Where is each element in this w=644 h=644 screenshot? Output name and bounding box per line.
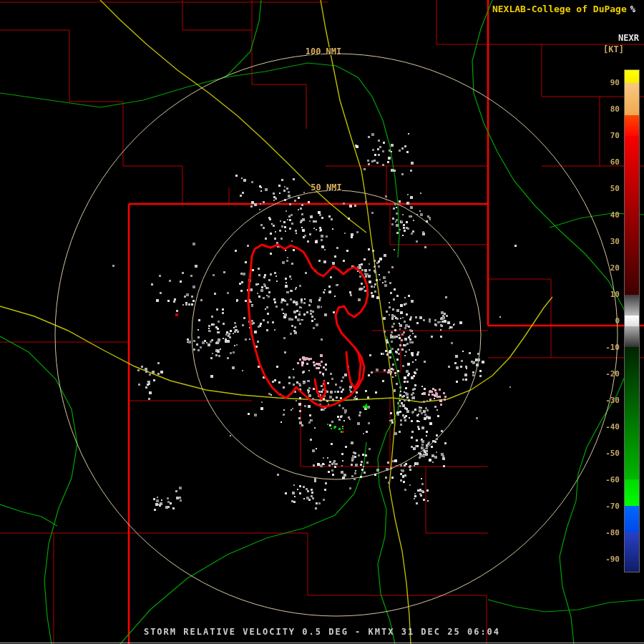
colorbar-segment: [625, 326, 639, 348]
colorbar-tick-label: -70: [585, 502, 620, 512]
brand-text: NEXLAB-College of DuPage: [492, 4, 627, 14]
colorbar-tick-label: 20: [585, 263, 620, 273]
status-bar: STORM RELATIVE VELOCITY 0.5 DEG - KMTX 3…: [0, 627, 644, 637]
colorbar-tick-label: -40: [585, 422, 620, 432]
colorbar-tick-label: 90: [585, 78, 620, 88]
colorbar-tick-label: -20: [585, 369, 620, 379]
colorbar-segment: [625, 295, 639, 316]
colorbar-segment: [625, 316, 639, 326]
colorbar-units: [KT]: [603, 44, 624, 54]
colorbar-segment: [625, 479, 639, 506]
colorbar-tick-label: -80: [585, 528, 620, 538]
colorbar-tick-label: 0: [585, 316, 620, 326]
colorbar-segment: [625, 70, 639, 83]
colorbar-segment: [625, 83, 639, 114]
range-ring-label: 50 NMI: [311, 182, 341, 192]
colorbar-tick-label: 70: [585, 131, 620, 141]
colorbar-tick-label: -50: [585, 449, 620, 459]
colorbar-tick-label: 50: [585, 184, 620, 194]
colorbar-tick-label: -10: [585, 343, 620, 353]
colorbar-tick-label: 30: [585, 237, 620, 247]
colorbar-tick-label: 80: [585, 104, 620, 114]
colorbar-segment: [625, 506, 639, 532]
colorbar-segment: [625, 115, 639, 137]
colorbar-segment: [625, 532, 639, 572]
colorbar-tick-label: 10: [585, 290, 620, 300]
colorbar-tick-label: -30: [585, 396, 620, 406]
range-ring-label: 100 NMI: [306, 47, 342, 57]
colorbar-title: NEXR: [618, 33, 639, 43]
product-label: STORM RELATIVE VELOCITY 0.5 DEG - KMTX 3…: [144, 627, 500, 637]
radar-display: NEXLAB-College of DuPage% NEXR [KT] 9080…: [0, 0, 644, 644]
brand-icon: %: [630, 4, 635, 14]
colorbar-segment: [625, 136, 639, 294]
colorbar-tick-label: -60: [585, 475, 620, 485]
radar-map-canvas: [0, 0, 644, 644]
colorbar-segment: [625, 347, 639, 479]
colorbar-tick-label: 40: [585, 210, 620, 220]
colorbar-tick-label: -90: [585, 555, 620, 565]
velocity-colorbar: [624, 69, 640, 572]
brand: NEXLAB-College of DuPage%: [492, 4, 635, 14]
bottom-divider: [0, 643, 644, 643]
colorbar-tick-label: 60: [585, 157, 620, 167]
